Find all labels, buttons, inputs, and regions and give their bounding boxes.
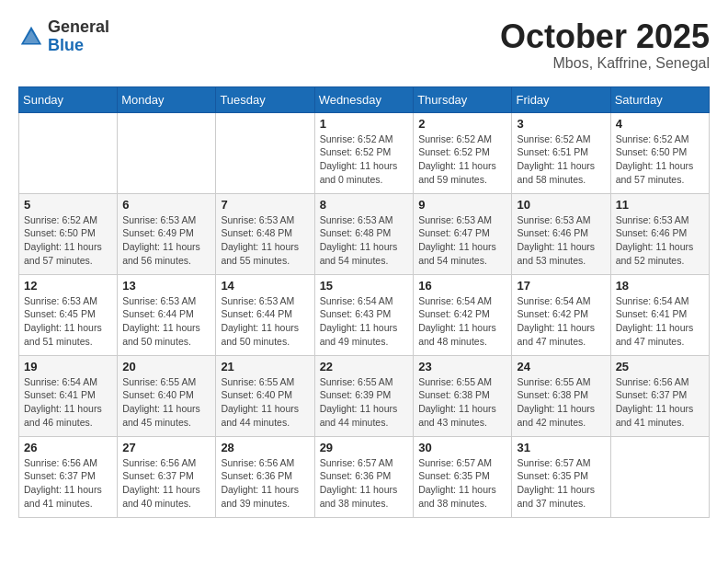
calendar-week-row: 1Sunrise: 6:52 AM Sunset: 6:52 PM Daylig…	[19, 112, 710, 193]
day-number: 16	[418, 279, 506, 293]
day-info: Sunrise: 6:54 AM Sunset: 6:43 PM Dayligh…	[320, 294, 409, 349]
day-number: 21	[221, 360, 309, 373]
calendar-cell	[216, 112, 314, 193]
day-number: 2	[418, 117, 506, 131]
day-info: Sunrise: 6:52 AM Sunset: 6:51 PM Dayligh…	[517, 132, 605, 187]
day-info: Sunrise: 6:54 AM Sunset: 6:42 PM Dayligh…	[517, 294, 605, 349]
day-info: Sunrise: 6:57 AM Sunset: 6:35 PM Dayligh…	[517, 456, 605, 511]
calendar-header-row: SundayMondayTuesdayWednesdayThursdayFrid…	[19, 86, 710, 112]
calendar-week-row: 5Sunrise: 6:52 AM Sunset: 6:50 PM Daylig…	[19, 193, 710, 274]
day-info: Sunrise: 6:52 AM Sunset: 6:50 PM Dayligh…	[24, 213, 112, 268]
calendar-cell	[610, 436, 709, 517]
calendar-cell: 24Sunrise: 6:55 AM Sunset: 6:38 PM Dayli…	[512, 355, 610, 436]
calendar-cell: 20Sunrise: 6:55 AM Sunset: 6:40 PM Dayli…	[118, 355, 216, 436]
day-info: Sunrise: 6:53 AM Sunset: 6:46 PM Dayligh…	[517, 213, 605, 268]
location: Mbos, Kaffrine, Senegal	[500, 55, 710, 72]
logo: General Blue	[18, 18, 109, 55]
day-info: Sunrise: 6:55 AM Sunset: 6:38 PM Dayligh…	[418, 375, 506, 430]
day-info: Sunrise: 6:52 AM Sunset: 6:50 PM Dayligh…	[616, 132, 704, 187]
weekday-header: Friday	[512, 86, 610, 112]
day-info: Sunrise: 6:52 AM Sunset: 6:52 PM Dayligh…	[418, 132, 506, 187]
title-area: October 2025 Mbos, Kaffrine, Senegal	[500, 18, 710, 72]
day-number: 26	[24, 441, 112, 454]
day-number: 20	[122, 360, 210, 373]
calendar-cell: 19Sunrise: 6:54 AM Sunset: 6:41 PM Dayli…	[19, 355, 118, 436]
calendar-cell: 18Sunrise: 6:54 AM Sunset: 6:41 PM Dayli…	[610, 274, 709, 355]
day-info: Sunrise: 6:53 AM Sunset: 6:44 PM Dayligh…	[221, 294, 309, 349]
logo-icon	[18, 24, 44, 50]
calendar-week-row: 26Sunrise: 6:56 AM Sunset: 6:37 PM Dayli…	[19, 436, 710, 517]
calendar-cell: 27Sunrise: 6:56 AM Sunset: 6:37 PM Dayli…	[118, 436, 216, 517]
day-number: 10	[517, 198, 605, 212]
logo-general: General	[48, 18, 109, 37]
day-number: 3	[517, 117, 605, 131]
weekday-header: Saturday	[610, 86, 709, 112]
day-info: Sunrise: 6:57 AM Sunset: 6:36 PM Dayligh…	[320, 456, 409, 511]
logo-blue: Blue	[48, 37, 109, 55]
calendar-cell: 29Sunrise: 6:57 AM Sunset: 6:36 PM Dayli…	[314, 436, 414, 517]
day-info: Sunrise: 6:55 AM Sunset: 6:40 PM Dayligh…	[122, 375, 210, 430]
calendar-cell: 8Sunrise: 6:53 AM Sunset: 6:48 PM Daylig…	[314, 193, 414, 274]
day-info: Sunrise: 6:53 AM Sunset: 6:49 PM Dayligh…	[122, 213, 210, 268]
day-number: 18	[616, 279, 704, 293]
logo-text: General Blue	[48, 18, 109, 55]
weekday-header: Tuesday	[216, 86, 314, 112]
day-number: 14	[221, 279, 309, 293]
day-info: Sunrise: 6:53 AM Sunset: 6:46 PM Dayligh…	[616, 213, 704, 268]
day-number: 13	[122, 279, 210, 293]
day-info: Sunrise: 6:57 AM Sunset: 6:35 PM Dayligh…	[418, 456, 506, 511]
calendar-week-row: 12Sunrise: 6:53 AM Sunset: 6:45 PM Dayli…	[19, 274, 710, 355]
day-info: Sunrise: 6:53 AM Sunset: 6:47 PM Dayligh…	[418, 213, 506, 268]
calendar-cell: 17Sunrise: 6:54 AM Sunset: 6:42 PM Dayli…	[512, 274, 610, 355]
calendar-cell: 22Sunrise: 6:55 AM Sunset: 6:39 PM Dayli…	[314, 355, 414, 436]
calendar-cell: 23Sunrise: 6:55 AM Sunset: 6:38 PM Dayli…	[414, 355, 512, 436]
day-number: 25	[616, 360, 704, 373]
calendar-cell: 4Sunrise: 6:52 AM Sunset: 6:50 PM Daylig…	[610, 112, 709, 193]
day-number: 22	[320, 360, 409, 373]
day-number: 5	[24, 198, 112, 212]
month-title: October 2025	[500, 18, 710, 55]
calendar-cell: 1Sunrise: 6:52 AM Sunset: 6:52 PM Daylig…	[314, 112, 414, 193]
calendar-cell: 12Sunrise: 6:53 AM Sunset: 6:45 PM Dayli…	[19, 274, 118, 355]
day-number: 7	[221, 198, 309, 212]
weekday-header: Sunday	[19, 86, 118, 112]
calendar-cell: 11Sunrise: 6:53 AM Sunset: 6:46 PM Dayli…	[610, 193, 709, 274]
calendar-cell: 30Sunrise: 6:57 AM Sunset: 6:35 PM Dayli…	[414, 436, 512, 517]
weekday-header: Monday	[118, 86, 216, 112]
day-info: Sunrise: 6:54 AM Sunset: 6:41 PM Dayligh…	[616, 294, 704, 349]
day-info: Sunrise: 6:56 AM Sunset: 6:37 PM Dayligh…	[616, 375, 704, 430]
day-number: 12	[24, 279, 112, 293]
day-info: Sunrise: 6:54 AM Sunset: 6:41 PM Dayligh…	[24, 375, 112, 430]
day-number: 19	[24, 360, 112, 373]
calendar-cell	[118, 112, 216, 193]
calendar-cell: 26Sunrise: 6:56 AM Sunset: 6:37 PM Dayli…	[19, 436, 118, 517]
day-info: Sunrise: 6:53 AM Sunset: 6:45 PM Dayligh…	[24, 294, 112, 349]
day-number: 11	[616, 198, 704, 212]
page-header: General Blue October 2025 Mbos, Kaffrine…	[18, 18, 710, 72]
day-info: Sunrise: 6:56 AM Sunset: 6:37 PM Dayligh…	[122, 456, 210, 511]
calendar-cell: 7Sunrise: 6:53 AM Sunset: 6:48 PM Daylig…	[216, 193, 314, 274]
day-info: Sunrise: 6:55 AM Sunset: 6:40 PM Dayligh…	[221, 375, 309, 430]
day-info: Sunrise: 6:56 AM Sunset: 6:36 PM Dayligh…	[221, 456, 309, 511]
day-number: 28	[221, 441, 309, 454]
calendar-cell: 16Sunrise: 6:54 AM Sunset: 6:42 PM Dayli…	[414, 274, 512, 355]
calendar-table: SundayMondayTuesdayWednesdayThursdayFrid…	[18, 86, 710, 518]
calendar-cell: 13Sunrise: 6:53 AM Sunset: 6:44 PM Dayli…	[118, 274, 216, 355]
day-info: Sunrise: 6:52 AM Sunset: 6:52 PM Dayligh…	[320, 132, 409, 187]
day-number: 4	[616, 117, 704, 131]
calendar-cell: 31Sunrise: 6:57 AM Sunset: 6:35 PM Dayli…	[512, 436, 610, 517]
calendar-cell: 6Sunrise: 6:53 AM Sunset: 6:49 PM Daylig…	[118, 193, 216, 274]
day-number: 31	[517, 441, 605, 454]
calendar-week-row: 19Sunrise: 6:54 AM Sunset: 6:41 PM Dayli…	[19, 355, 710, 436]
day-info: Sunrise: 6:54 AM Sunset: 6:42 PM Dayligh…	[418, 294, 506, 349]
day-number: 15	[320, 279, 409, 293]
day-number: 30	[418, 441, 506, 454]
weekday-header: Wednesday	[314, 86, 414, 112]
calendar-cell: 2Sunrise: 6:52 AM Sunset: 6:52 PM Daylig…	[414, 112, 512, 193]
calendar-cell: 15Sunrise: 6:54 AM Sunset: 6:43 PM Dayli…	[314, 274, 414, 355]
weekday-header: Thursday	[414, 86, 512, 112]
day-info: Sunrise: 6:53 AM Sunset: 6:44 PM Dayligh…	[122, 294, 210, 349]
calendar-cell: 10Sunrise: 6:53 AM Sunset: 6:46 PM Dayli…	[512, 193, 610, 274]
day-number: 17	[517, 279, 605, 293]
calendar-cell: 14Sunrise: 6:53 AM Sunset: 6:44 PM Dayli…	[216, 274, 314, 355]
